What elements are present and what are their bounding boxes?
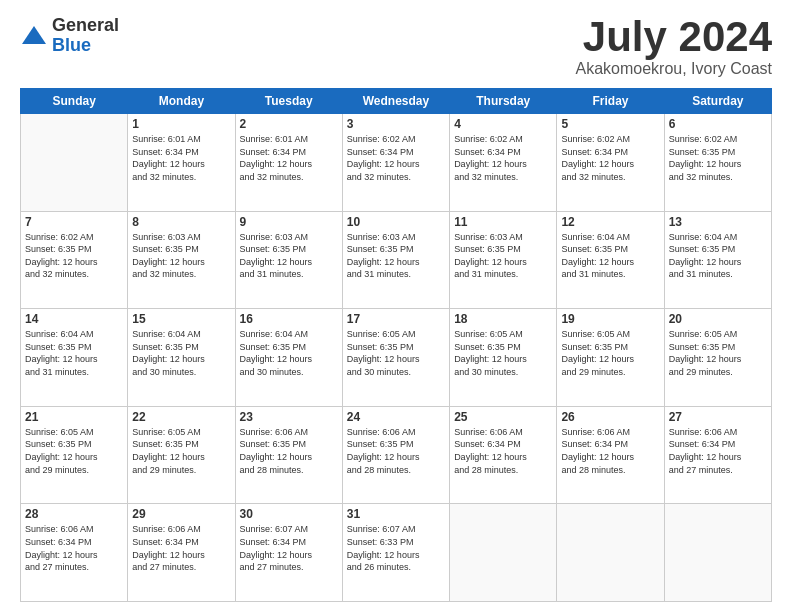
- day-number: 18: [454, 312, 552, 326]
- calendar-cell: 26Sunrise: 6:06 AM Sunset: 6:34 PM Dayli…: [557, 406, 664, 504]
- day-number: 1: [132, 117, 230, 131]
- day-number: 19: [561, 312, 659, 326]
- calendar-cell: 1Sunrise: 6:01 AM Sunset: 6:34 PM Daylig…: [128, 114, 235, 212]
- day-info: Sunrise: 6:01 AM Sunset: 6:34 PM Dayligh…: [132, 133, 230, 183]
- calendar-cell: 16Sunrise: 6:04 AM Sunset: 6:35 PM Dayli…: [235, 309, 342, 407]
- calendar-cell: 7Sunrise: 6:02 AM Sunset: 6:35 PM Daylig…: [21, 211, 128, 309]
- calendar-cell: 18Sunrise: 6:05 AM Sunset: 6:35 PM Dayli…: [450, 309, 557, 407]
- header: General Blue July 2024 Akakomoekrou, Ivo…: [20, 16, 772, 78]
- calendar-cell: 24Sunrise: 6:06 AM Sunset: 6:35 PM Dayli…: [342, 406, 449, 504]
- day-number: 14: [25, 312, 123, 326]
- day-info: Sunrise: 6:03 AM Sunset: 6:35 PM Dayligh…: [347, 231, 445, 281]
- calendar-cell: 5Sunrise: 6:02 AM Sunset: 6:34 PM Daylig…: [557, 114, 664, 212]
- day-number: 3: [347, 117, 445, 131]
- day-info: Sunrise: 6:04 AM Sunset: 6:35 PM Dayligh…: [25, 328, 123, 378]
- calendar-cell: 15Sunrise: 6:04 AM Sunset: 6:35 PM Dayli…: [128, 309, 235, 407]
- calendar-cell: [557, 504, 664, 602]
- day-info: Sunrise: 6:02 AM Sunset: 6:35 PM Dayligh…: [669, 133, 767, 183]
- day-info: Sunrise: 6:06 AM Sunset: 6:35 PM Dayligh…: [347, 426, 445, 476]
- calendar-cell: 12Sunrise: 6:04 AM Sunset: 6:35 PM Dayli…: [557, 211, 664, 309]
- calendar-cell: 14Sunrise: 6:04 AM Sunset: 6:35 PM Dayli…: [21, 309, 128, 407]
- calendar-cell: 2Sunrise: 6:01 AM Sunset: 6:34 PM Daylig…: [235, 114, 342, 212]
- day-info: Sunrise: 6:06 AM Sunset: 6:34 PM Dayligh…: [25, 523, 123, 573]
- logo-text: General Blue: [52, 16, 119, 56]
- day-info: Sunrise: 6:05 AM Sunset: 6:35 PM Dayligh…: [454, 328, 552, 378]
- calendar-table: SundayMondayTuesdayWednesdayThursdayFrid…: [20, 88, 772, 602]
- day-info: Sunrise: 6:05 AM Sunset: 6:35 PM Dayligh…: [25, 426, 123, 476]
- day-number: 26: [561, 410, 659, 424]
- day-info: Sunrise: 6:04 AM Sunset: 6:35 PM Dayligh…: [669, 231, 767, 281]
- calendar-cell: 10Sunrise: 6:03 AM Sunset: 6:35 PM Dayli…: [342, 211, 449, 309]
- weekday-sunday: Sunday: [21, 89, 128, 114]
- day-info: Sunrise: 6:06 AM Sunset: 6:34 PM Dayligh…: [561, 426, 659, 476]
- day-number: 20: [669, 312, 767, 326]
- day-info: Sunrise: 6:03 AM Sunset: 6:35 PM Dayligh…: [240, 231, 338, 281]
- calendar-body: 1Sunrise: 6:01 AM Sunset: 6:34 PM Daylig…: [21, 114, 772, 602]
- calendar-cell: 17Sunrise: 6:05 AM Sunset: 6:35 PM Dayli…: [342, 309, 449, 407]
- calendar-cell: 30Sunrise: 6:07 AM Sunset: 6:34 PM Dayli…: [235, 504, 342, 602]
- calendar-cell: 6Sunrise: 6:02 AM Sunset: 6:35 PM Daylig…: [664, 114, 771, 212]
- month-title: July 2024: [575, 16, 772, 58]
- day-number: 24: [347, 410, 445, 424]
- calendar-cell: [21, 114, 128, 212]
- day-info: Sunrise: 6:06 AM Sunset: 6:34 PM Dayligh…: [669, 426, 767, 476]
- day-number: 16: [240, 312, 338, 326]
- calendar-cell: 4Sunrise: 6:02 AM Sunset: 6:34 PM Daylig…: [450, 114, 557, 212]
- day-number: 2: [240, 117, 338, 131]
- day-number: 31: [347, 507, 445, 521]
- calendar-cell: 3Sunrise: 6:02 AM Sunset: 6:34 PM Daylig…: [342, 114, 449, 212]
- day-number: 29: [132, 507, 230, 521]
- day-info: Sunrise: 6:02 AM Sunset: 6:34 PM Dayligh…: [347, 133, 445, 183]
- day-number: 8: [132, 215, 230, 229]
- logo: General Blue: [20, 16, 119, 56]
- day-info: Sunrise: 6:06 AM Sunset: 6:34 PM Dayligh…: [454, 426, 552, 476]
- day-info: Sunrise: 6:04 AM Sunset: 6:35 PM Dayligh…: [561, 231, 659, 281]
- day-number: 15: [132, 312, 230, 326]
- calendar-cell: 13Sunrise: 6:04 AM Sunset: 6:35 PM Dayli…: [664, 211, 771, 309]
- day-info: Sunrise: 6:05 AM Sunset: 6:35 PM Dayligh…: [347, 328, 445, 378]
- weekday-monday: Monday: [128, 89, 235, 114]
- day-number: 5: [561, 117, 659, 131]
- day-number: 10: [347, 215, 445, 229]
- day-number: 11: [454, 215, 552, 229]
- calendar-cell: 25Sunrise: 6:06 AM Sunset: 6:34 PM Dayli…: [450, 406, 557, 504]
- day-info: Sunrise: 6:02 AM Sunset: 6:34 PM Dayligh…: [454, 133, 552, 183]
- weekday-header-row: SundayMondayTuesdayWednesdayThursdayFrid…: [21, 89, 772, 114]
- day-number: 22: [132, 410, 230, 424]
- week-row-4: 21Sunrise: 6:05 AM Sunset: 6:35 PM Dayli…: [21, 406, 772, 504]
- day-info: Sunrise: 6:07 AM Sunset: 6:34 PM Dayligh…: [240, 523, 338, 573]
- weekday-tuesday: Tuesday: [235, 89, 342, 114]
- calendar-cell: 21Sunrise: 6:05 AM Sunset: 6:35 PM Dayli…: [21, 406, 128, 504]
- day-number: 13: [669, 215, 767, 229]
- calendar-cell: 22Sunrise: 6:05 AM Sunset: 6:35 PM Dayli…: [128, 406, 235, 504]
- day-info: Sunrise: 6:03 AM Sunset: 6:35 PM Dayligh…: [132, 231, 230, 281]
- location-title: Akakomoekrou, Ivory Coast: [575, 60, 772, 78]
- calendar-cell: 31Sunrise: 6:07 AM Sunset: 6:33 PM Dayli…: [342, 504, 449, 602]
- calendar-cell: 8Sunrise: 6:03 AM Sunset: 6:35 PM Daylig…: [128, 211, 235, 309]
- weekday-wednesday: Wednesday: [342, 89, 449, 114]
- day-info: Sunrise: 6:07 AM Sunset: 6:33 PM Dayligh…: [347, 523, 445, 573]
- week-row-1: 1Sunrise: 6:01 AM Sunset: 6:34 PM Daylig…: [21, 114, 772, 212]
- svg-marker-0: [22, 26, 46, 44]
- calendar-cell: [664, 504, 771, 602]
- calendar-cell: 9Sunrise: 6:03 AM Sunset: 6:35 PM Daylig…: [235, 211, 342, 309]
- day-number: 25: [454, 410, 552, 424]
- day-number: 4: [454, 117, 552, 131]
- title-block: July 2024 Akakomoekrou, Ivory Coast: [575, 16, 772, 78]
- weekday-thursday: Thursday: [450, 89, 557, 114]
- week-row-5: 28Sunrise: 6:06 AM Sunset: 6:34 PM Dayli…: [21, 504, 772, 602]
- week-row-2: 7Sunrise: 6:02 AM Sunset: 6:35 PM Daylig…: [21, 211, 772, 309]
- calendar-cell: 20Sunrise: 6:05 AM Sunset: 6:35 PM Dayli…: [664, 309, 771, 407]
- calendar-cell: 28Sunrise: 6:06 AM Sunset: 6:34 PM Dayli…: [21, 504, 128, 602]
- day-number: 27: [669, 410, 767, 424]
- day-info: Sunrise: 6:05 AM Sunset: 6:35 PM Dayligh…: [561, 328, 659, 378]
- day-info: Sunrise: 6:05 AM Sunset: 6:35 PM Dayligh…: [669, 328, 767, 378]
- day-info: Sunrise: 6:02 AM Sunset: 6:34 PM Dayligh…: [561, 133, 659, 183]
- weekday-friday: Friday: [557, 89, 664, 114]
- calendar-cell: 23Sunrise: 6:06 AM Sunset: 6:35 PM Dayli…: [235, 406, 342, 504]
- day-info: Sunrise: 6:06 AM Sunset: 6:35 PM Dayligh…: [240, 426, 338, 476]
- day-number: 30: [240, 507, 338, 521]
- calendar-cell: 29Sunrise: 6:06 AM Sunset: 6:34 PM Dayli…: [128, 504, 235, 602]
- day-number: 17: [347, 312, 445, 326]
- day-number: 28: [25, 507, 123, 521]
